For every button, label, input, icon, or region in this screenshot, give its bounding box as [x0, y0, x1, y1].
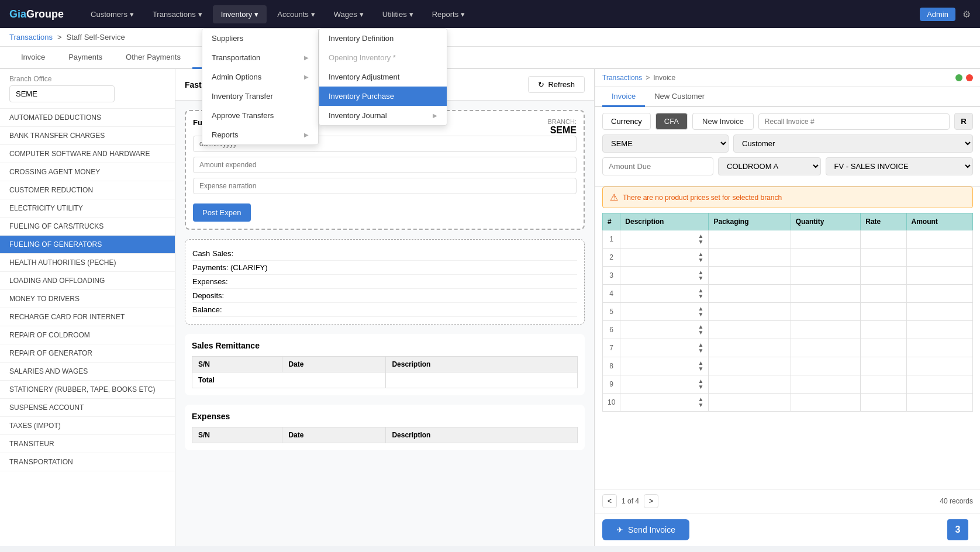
- r-button[interactable]: R: [954, 113, 973, 130]
- packaging-cell[interactable]: [709, 285, 791, 303]
- branch-select-invoice[interactable]: SEME: [602, 134, 729, 153]
- amount-input[interactable]: [193, 157, 577, 173]
- sidebar-item[interactable]: ELECTRICITY UTILITY: [0, 199, 175, 218]
- rate-cell[interactable]: [861, 267, 906, 285]
- menu-opening-inventory[interactable]: Opening Inventory *: [319, 48, 447, 67]
- sidebar-item[interactable]: FUELING OF GENERATORS: [0, 236, 175, 254]
- amount-cell[interactable]: [906, 321, 972, 339]
- description-cell[interactable]: ▲ ▼: [620, 230, 709, 249]
- rate-cell[interactable]: [861, 394, 906, 412]
- description-stepper[interactable]: ▲ ▼: [698, 306, 704, 318]
- description-cell[interactable]: ▲ ▼: [620, 285, 709, 303]
- description-cell[interactable]: ▲ ▼: [620, 375, 709, 394]
- menu-inventory-adjustment[interactable]: Inventory Adjustment: [319, 67, 447, 87]
- rate-cell[interactable]: [861, 249, 906, 267]
- number-badge[interactable]: 3: [947, 519, 968, 540]
- rate-cell[interactable]: [861, 321, 906, 339]
- tab-payments[interactable]: Payments: [57, 47, 114, 69]
- stepper-down[interactable]: ▼: [698, 366, 704, 372]
- quantity-cell[interactable]: [791, 285, 861, 303]
- prev-page-button[interactable]: <: [602, 494, 617, 508]
- amount-cell[interactable]: [906, 394, 972, 412]
- description-cell[interactable]: ▲ ▼: [620, 249, 709, 267]
- sidebar-item[interactable]: CUSTOMER REDUCTION: [0, 181, 175, 199]
- amount-cell[interactable]: [906, 285, 972, 303]
- description-cell[interactable]: ▲ ▼: [620, 321, 709, 339]
- menu-inventory-transfer[interactable]: Inventory Transfer: [202, 87, 318, 106]
- nav-reports[interactable]: Reports ▾: [424, 5, 474, 23]
- packaging-cell[interactable]: [709, 267, 791, 285]
- amount-due-input[interactable]: [602, 157, 713, 175]
- post-expense-button[interactable]: Post Expen: [193, 203, 251, 222]
- packaging-cell[interactable]: [709, 321, 791, 339]
- menu-reports[interactable]: Reports ▶: [202, 125, 318, 144]
- sidebar-item[interactable]: SUSPENSE ACCOUNT: [0, 399, 175, 417]
- amount-cell[interactable]: [906, 249, 972, 267]
- amount-cell[interactable]: [906, 230, 972, 249]
- stepper-down[interactable]: ▼: [698, 402, 704, 408]
- packaging-cell[interactable]: [709, 357, 791, 375]
- nav-customers[interactable]: Customers ▾: [82, 5, 142, 23]
- stepper-down[interactable]: ▼: [698, 330, 704, 336]
- branch-input[interactable]: [9, 85, 115, 102]
- sidebar-item[interactable]: REPAIR OF COLDROOM: [0, 326, 175, 344]
- stepper-down[interactable]: ▼: [698, 239, 704, 245]
- tab-invoice[interactable]: Invoice: [9, 47, 57, 69]
- rate-cell[interactable]: [861, 230, 906, 249]
- quantity-cell[interactable]: [791, 339, 861, 357]
- description-cell[interactable]: ▲ ▼: [620, 357, 709, 375]
- packaging-cell[interactable]: [709, 230, 791, 249]
- rate-cell[interactable]: [861, 339, 906, 357]
- description-stepper[interactable]: ▲ ▼: [698, 270, 704, 281]
- menu-admin-options[interactable]: Admin Options ▶: [202, 67, 318, 87]
- menu-inventory-journal[interactable]: Inventory Journal ▶: [319, 106, 447, 125]
- sidebar-item[interactable]: REPAIR OF GENERATOR: [0, 344, 175, 363]
- amount-cell[interactable]: [906, 339, 972, 357]
- narration-input[interactable]: [193, 178, 577, 194]
- sidebar-item[interactable]: BANK TRANSFER CHARGES: [0, 127, 175, 145]
- description-cell[interactable]: ▲ ▼: [620, 303, 709, 321]
- recall-invoice-input[interactable]: [758, 113, 950, 130]
- amount-cell[interactable]: [906, 267, 972, 285]
- menu-approve-transfers[interactable]: Approve Transfers: [202, 106, 318, 125]
- quantity-cell[interactable]: [791, 321, 861, 339]
- menu-transportation[interactable]: Transportation ▶: [202, 48, 318, 67]
- quantity-cell[interactable]: [791, 267, 861, 285]
- breadcrumb-transactions[interactable]: Transactions: [9, 33, 53, 42]
- quantity-cell[interactable]: [791, 375, 861, 394]
- sidebar-item[interactable]: FUELING OF CARS/TRUCKS: [0, 218, 175, 236]
- description-stepper[interactable]: ▲ ▼: [698, 378, 704, 390]
- nav-inventory[interactable]: Inventory ▾: [213, 5, 267, 23]
- sidebar-item[interactable]: AUTOMATED DEDUCTIONS: [0, 109, 175, 127]
- sidebar-item[interactable]: CROSSING AGENT MONEY: [0, 163, 175, 181]
- rate-cell[interactable]: [861, 285, 906, 303]
- sidebar-item[interactable]: LOADING AND OFFLOADING: [0, 272, 175, 290]
- sidebar-item[interactable]: MONEY TO DRIVERS: [0, 290, 175, 308]
- description-stepper[interactable]: ▲ ▼: [698, 233, 704, 245]
- sidebar-item[interactable]: STATIONERY (RUBBER, TAPE, BOOKS ETC): [0, 381, 175, 399]
- quantity-cell[interactable]: [791, 303, 861, 321]
- menu-inventory-purchase[interactable]: Inventory Purchase: [319, 87, 447, 106]
- sidebar-item[interactable]: HEALTH AUTHORITIES (PECHE): [0, 254, 175, 272]
- nav-wages[interactable]: Wages ▾: [326, 5, 372, 23]
- right-bc-transactions[interactable]: Transactions: [602, 74, 642, 82]
- settings-icon[interactable]: ⚙: [962, 9, 971, 20]
- sidebar-item[interactable]: TAXES (IMPOT): [0, 417, 175, 435]
- description-stepper[interactable]: ▲ ▼: [698, 288, 704, 299]
- stepper-down[interactable]: ▼: [698, 257, 704, 263]
- rate-cell[interactable]: [861, 303, 906, 321]
- sidebar-item[interactable]: TRANSITEUR: [0, 435, 175, 453]
- amount-cell[interactable]: [906, 303, 972, 321]
- customer-select[interactable]: Customer: [733, 134, 973, 153]
- menu-suppliers[interactable]: Suppliers: [202, 29, 318, 48]
- stepper-down[interactable]: ▼: [698, 348, 704, 354]
- invoice-type-select[interactable]: FV - SALES INVOICE: [826, 157, 973, 175]
- new-invoice-button[interactable]: New Invoice: [692, 113, 754, 130]
- rate-cell[interactable]: [861, 357, 906, 375]
- description-cell[interactable]: ▲ ▼: [620, 267, 709, 285]
- description-cell[interactable]: ▲ ▼: [620, 339, 709, 357]
- description-stepper[interactable]: ▲ ▼: [698, 251, 704, 263]
- stepper-down[interactable]: ▼: [698, 312, 704, 318]
- sidebar-item[interactable]: SALARIES AND WAGES: [0, 363, 175, 381]
- tab-other-payments[interactable]: Other Payments: [114, 47, 192, 69]
